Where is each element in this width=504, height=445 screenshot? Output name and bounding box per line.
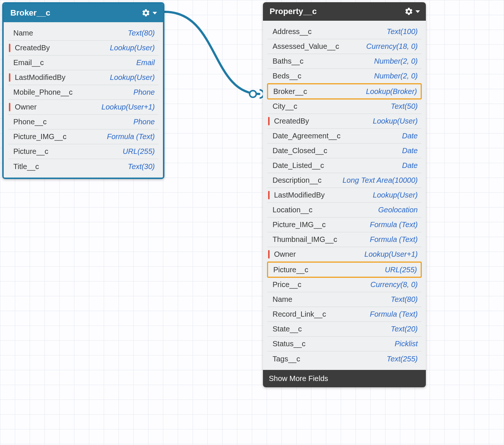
- property-gear-menu[interactable]: [404, 7, 420, 16]
- field-type: Phone: [133, 118, 155, 126]
- field-name: Picture_IMG__c: [271, 220, 326, 229]
- field-name: Beds__c: [271, 72, 301, 80]
- field-type: Date: [402, 146, 418, 155]
- gear-icon: [404, 7, 413, 16]
- broker-field-row[interactable]: Email__cEmail: [8, 55, 158, 70]
- field-name: Name: [271, 295, 292, 304]
- field-name: Mobile_Phone__c: [12, 88, 73, 97]
- show-more-fields-button[interactable]: Show More Fields: [263, 370, 426, 387]
- field-type: Lookup(User): [373, 191, 418, 199]
- broker-field-row[interactable]: Mobile_Phone__cPhone: [8, 85, 158, 100]
- broker-field-row[interactable]: LastModifiedByLookup(User): [8, 70, 158, 85]
- broker-field-row[interactable]: NameText(80): [8, 26, 158, 41]
- broker-object-card[interactable]: Broker__c NameText(80)CreatedByLookup(Us…: [2, 2, 164, 179]
- property-field-row[interactable]: Record_Link__cFormula (Text): [267, 307, 421, 322]
- field-name: Description__c: [271, 176, 321, 185]
- property-field-row[interactable]: City__cText(50): [267, 99, 421, 114]
- field-type: Text(255): [387, 355, 418, 363]
- field-name: Price__c: [271, 280, 301, 289]
- caret-down-icon: [153, 12, 157, 14]
- field-name: Phone__c: [12, 118, 47, 126]
- field-type: Text(30): [128, 162, 155, 171]
- field-type: Formula (Text): [370, 235, 418, 244]
- field-name: City__c: [271, 102, 297, 111]
- field-type: Date: [402, 161, 418, 170]
- broker-gear-menu[interactable]: [141, 9, 157, 17]
- field-type: Lookup(Broker): [366, 87, 417, 96]
- field-type: URL(255): [385, 266, 417, 274]
- property-field-row[interactable]: Beds__cNumber(2, 0): [267, 69, 421, 84]
- property-field-row[interactable]: Broker__cLookup(Broker): [267, 83, 422, 100]
- property-field-row[interactable]: Location__cGeolocation: [267, 203, 421, 218]
- field-name: Title__c: [12, 162, 39, 171]
- field-type: Formula (Text): [107, 132, 155, 141]
- property-field-row[interactable]: Tags__cText(255): [267, 351, 421, 366]
- field-type: Long Text Area(10000): [343, 176, 418, 185]
- field-type: Text(80): [391, 295, 418, 304]
- broker-field-row[interactable]: Picture__cURL(255): [8, 144, 158, 159]
- field-type: Formula (Text): [370, 310, 418, 318]
- property-field-row[interactable]: OwnerLookup(User+1): [267, 247, 421, 262]
- field-name: Date_Listed__c: [271, 161, 324, 170]
- property-field-row[interactable]: Description__cLong Text Area(10000): [267, 173, 421, 188]
- property-field-row[interactable]: Status__cPicklist: [267, 337, 421, 351]
- field-name: Thumbnail_IMG__c: [271, 235, 337, 244]
- broker-card-header[interactable]: Broker__c: [4, 4, 163, 22]
- field-name: Date_Agreement__c: [271, 132, 340, 140]
- property-field-row[interactable]: Picture_IMG__cFormula (Text): [267, 218, 421, 232]
- field-type: Email: [136, 58, 155, 67]
- broker-field-row[interactable]: Picture_IMG__cFormula (Text): [8, 129, 158, 144]
- field-type: Text(20): [391, 325, 418, 333]
- property-field-row[interactable]: Address__cText(100): [267, 24, 421, 39]
- property-field-row[interactable]: LastModifiedByLookup(User): [267, 188, 421, 203]
- field-type: Geolocation: [378, 206, 418, 214]
- field-name: LastModifiedBy: [12, 73, 66, 82]
- property-field-row[interactable]: Date_Agreement__cDate: [267, 129, 421, 144]
- field-name: Assessed_Value__c: [271, 42, 339, 51]
- field-type: Number(2, 0): [374, 57, 418, 65]
- connector-end-socket: [249, 90, 257, 98]
- field-name: Name: [12, 29, 33, 37]
- field-name: LastModifiedBy: [271, 191, 325, 199]
- field-name: Email__c: [12, 58, 44, 67]
- property-field-row[interactable]: State__cText(20): [267, 322, 421, 337]
- broker-field-row[interactable]: CreatedByLookup(User): [8, 41, 158, 55]
- broker-field-row[interactable]: Phone__cPhone: [8, 115, 158, 129]
- broker-card-title: Broker__c: [10, 8, 50, 18]
- field-name: Baths__c: [271, 57, 303, 65]
- property-field-row[interactable]: Date_Closed__cDate: [267, 144, 421, 158]
- field-type: Text(80): [128, 29, 155, 37]
- field-type: URL(255): [123, 147, 155, 156]
- property-field-row[interactable]: Price__cCurrency(8, 0): [267, 277, 421, 292]
- field-type: Formula (Text): [370, 220, 418, 229]
- caret-down-icon: [415, 10, 420, 13]
- field-name: CreatedBy: [271, 117, 309, 125]
- property-field-row[interactable]: CreatedByLookup(User): [267, 114, 421, 129]
- gear-icon: [141, 9, 150, 17]
- property-field-row[interactable]: Thumbnail_IMG__cFormula (Text): [267, 232, 421, 247]
- field-name: CreatedBy: [12, 44, 50, 52]
- property-field-row[interactable]: NameText(80): [267, 292, 421, 307]
- field-name: Status__c: [271, 340, 306, 348]
- field-type: Lookup(User): [110, 73, 155, 82]
- field-type: Picklist: [395, 340, 418, 348]
- field-type: Lookup(User+1): [101, 103, 155, 111]
- field-type: Currency(18, 0): [366, 42, 418, 51]
- field-type: Text(100): [387, 27, 418, 36]
- field-type: Text(50): [391, 102, 418, 111]
- property-field-row[interactable]: Date_Listed__cDate: [267, 158, 421, 173]
- property-field-row[interactable]: Assessed_Value__cCurrency(18, 0): [267, 39, 421, 54]
- broker-field-row[interactable]: OwnerLookup(User+1): [8, 100, 158, 115]
- broker-field-row[interactable]: Title__cText(30): [8, 159, 158, 174]
- field-name: State__c: [271, 325, 302, 333]
- property-card-title: Property__c: [270, 7, 317, 16]
- property-object-card[interactable]: Property__c Address__cText(100)Assessed_…: [263, 2, 426, 387]
- property-card-header[interactable]: Property__c: [263, 2, 426, 21]
- property-field-row[interactable]: Baths__cNumber(2, 0): [267, 54, 421, 69]
- field-name: Tags__c: [271, 355, 300, 363]
- field-type: Number(2, 0): [374, 72, 418, 80]
- field-name: Picture__c: [12, 147, 49, 156]
- field-name: Address__c: [271, 27, 312, 36]
- property-field-row[interactable]: Picture__cURL(255): [267, 262, 422, 278]
- field-name: Picture__c: [272, 266, 308, 274]
